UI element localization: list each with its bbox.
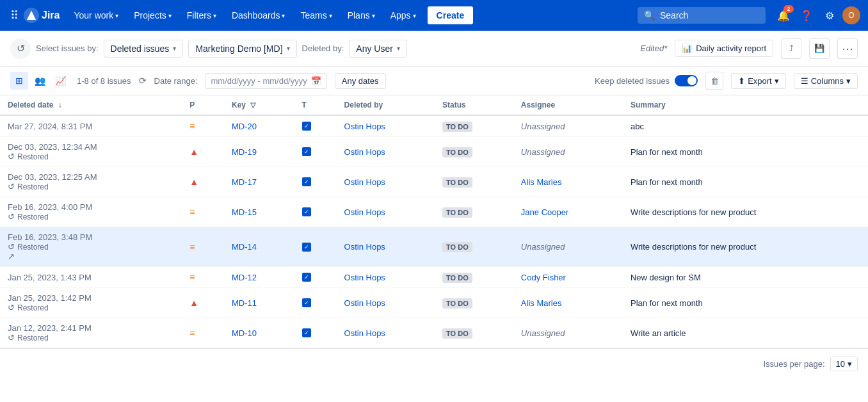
nav-filters[interactable]: Filters ▾ bbox=[181, 6, 223, 24]
assignee-link[interactable]: Alis Maries bbox=[521, 177, 562, 187]
cell-deleted-by[interactable]: Ostin Hops bbox=[337, 115, 435, 137]
open-icon[interactable]: ↗ bbox=[8, 252, 15, 261]
issue-type-icon: ✓ bbox=[302, 273, 311, 282]
table-row[interactable]: Feb 16, 2023, 4:00 PM ↺ Restored ≡MD-15✓… bbox=[0, 197, 868, 227]
nav-dashboards[interactable]: Dashboards ▾ bbox=[225, 6, 292, 24]
deleted-by-link[interactable]: Ostin Hops bbox=[344, 122, 385, 131]
cell-assignee[interactable]: Alis Maries bbox=[513, 167, 623, 197]
cell-deleted-date: Mar 27, 2024, 8:31 PM bbox=[0, 115, 182, 137]
cell-deleted-by[interactable]: Ostin Hops bbox=[337, 227, 435, 267]
deleted-by-link[interactable]: Ostin Hops bbox=[344, 242, 385, 252]
grid-icon[interactable]: ⠿ bbox=[8, 6, 21, 25]
grid-view-button[interactable]: ⊞ bbox=[10, 72, 28, 90]
settings-button[interactable]: ⚙ bbox=[819, 5, 840, 26]
user-avatar[interactable]: O bbox=[842, 6, 860, 24]
notification-badge: 2 bbox=[784, 5, 794, 13]
issues-type-select[interactable]: Deleted issues ▾ bbox=[104, 40, 184, 58]
date-range-input[interactable]: mm/dd/yyyy - mm/dd/yyyy 📅 bbox=[205, 73, 326, 89]
unassigned-label: Unassigned bbox=[521, 328, 565, 338]
table-row[interactable]: Mar 27, 2024, 8:31 PM≡MD-20✓Ostin HopsTO… bbox=[0, 115, 868, 137]
report-button[interactable]: 📊 Daily activity report bbox=[675, 40, 773, 57]
nav-apps[interactable]: Apps ▾ bbox=[384, 6, 422, 24]
project-select[interactable]: Marketing Demo [MD] ▾ bbox=[188, 40, 296, 58]
export-button[interactable]: ⬆ Export ▾ bbox=[731, 73, 786, 89]
toolbar: ↺ Select issues by: Deleted issues ▾ Mar… bbox=[0, 31, 868, 67]
issue-key-link[interactable]: MD-19 bbox=[232, 147, 257, 157]
cell-key[interactable]: MD-14 bbox=[224, 227, 294, 267]
per-page-select[interactable]: 10 ▾ bbox=[830, 357, 858, 371]
cell-key[interactable]: MD-10 bbox=[224, 318, 294, 348]
cell-deleted-by[interactable]: Ostin Hops bbox=[337, 137, 435, 167]
any-dates-button[interactable]: Any dates bbox=[335, 73, 386, 89]
nav-your-work[interactable]: Your work ▾ bbox=[67, 6, 125, 24]
jira-logo[interactable]: Jira bbox=[24, 8, 60, 23]
columns-button[interactable]: ☰ Columns ▾ bbox=[794, 73, 858, 89]
back-button[interactable]: ↺ bbox=[10, 38, 31, 59]
search-bar[interactable]: 🔍 Search bbox=[638, 7, 766, 24]
footer: Issues per page: 10 ▾ bbox=[0, 348, 868, 379]
assignee-link[interactable]: Jane Cooper bbox=[521, 207, 568, 217]
cell-key[interactable]: MD-11 bbox=[224, 288, 294, 318]
table-row[interactable]: Jan 12, 2023, 2:41 PM ↺ Restored ≡MD-10✓… bbox=[0, 318, 868, 348]
cell-key[interactable]: MD-12 bbox=[224, 267, 294, 288]
deleted-by-link[interactable]: Ostin Hops bbox=[344, 328, 385, 338]
assignee-link[interactable]: Alis Maries bbox=[521, 298, 562, 308]
cell-assignee[interactable]: Cody Fisher bbox=[513, 267, 623, 288]
nav-plans[interactable]: Plans ▾ bbox=[341, 6, 382, 24]
col-deleted-date[interactable]: Deleted date ↓ bbox=[0, 95, 182, 115]
cell-type: ✓ bbox=[294, 288, 337, 318]
issue-key-link[interactable]: MD-10 bbox=[232, 328, 257, 338]
cell-key[interactable]: MD-15 bbox=[224, 197, 294, 227]
deleted-by-select[interactable]: Any User ▾ bbox=[349, 40, 407, 58]
col-t[interactable]: T bbox=[294, 95, 337, 115]
col-key[interactable]: Key ▽ bbox=[224, 95, 294, 115]
issue-key-link[interactable]: MD-15 bbox=[232, 207, 257, 217]
table-row[interactable]: Jan 25, 2023, 1:42 PM ↺ Restored ▲MD-11✓… bbox=[0, 288, 868, 318]
cell-deleted-by[interactable]: Ostin Hops bbox=[337, 167, 435, 197]
col-summary[interactable]: Summary bbox=[623, 95, 868, 115]
deleted-by-link[interactable]: Ostin Hops bbox=[344, 273, 385, 282]
issue-key-link[interactable]: MD-17 bbox=[232, 177, 257, 187]
col-p[interactable]: P bbox=[182, 95, 224, 115]
cell-assignee[interactable]: Alis Maries bbox=[513, 288, 623, 318]
table-row[interactable]: Dec 03, 2023, 12:34 AM ↺ Restored ▲MD-19… bbox=[0, 137, 868, 167]
chart-view-button[interactable]: 📈 bbox=[51, 72, 69, 90]
cell-key[interactable]: MD-17 bbox=[224, 167, 294, 197]
col-assignee[interactable]: Assignee bbox=[513, 95, 623, 115]
issue-key-link[interactable]: MD-20 bbox=[232, 122, 257, 131]
more-button[interactable]: ⋯ bbox=[837, 38, 858, 59]
nav-projects[interactable]: Projects ▾ bbox=[127, 6, 178, 24]
cell-deleted-by[interactable]: Ostin Hops bbox=[337, 318, 435, 348]
cell-deleted-by[interactable]: Ostin Hops bbox=[337, 288, 435, 318]
cell-type: ✓ bbox=[294, 137, 337, 167]
deleted-by-link[interactable]: Ostin Hops bbox=[344, 177, 385, 187]
report-label: Daily activity report bbox=[696, 44, 766, 53]
col-status[interactable]: Status bbox=[435, 95, 513, 115]
deleted-by-link[interactable]: Ostin Hops bbox=[344, 207, 385, 217]
keep-deleted-switch[interactable]: ✕ bbox=[675, 75, 698, 86]
cell-key[interactable]: MD-19 bbox=[224, 137, 294, 167]
issue-key-link[interactable]: MD-12 bbox=[232, 273, 257, 282]
help-button[interactable]: ❓ bbox=[796, 5, 817, 26]
issue-key-link[interactable]: MD-14 bbox=[232, 242, 257, 252]
notifications-button[interactable]: 🔔 2 bbox=[773, 5, 794, 26]
create-button[interactable]: Create bbox=[428, 6, 474, 24]
trash-button[interactable]: 🗑 bbox=[705, 72, 723, 90]
issue-key-link[interactable]: MD-11 bbox=[232, 298, 257, 308]
cell-deleted-by[interactable]: Ostin Hops bbox=[337, 197, 435, 227]
table-row[interactable]: Jan 25, 2023, 1:43 PM≡MD-12✓Ostin HopsTO… bbox=[0, 267, 868, 288]
nav-teams[interactable]: Teams ▾ bbox=[294, 6, 338, 24]
deleted-by-link[interactable]: Ostin Hops bbox=[344, 147, 385, 157]
share-button[interactable]: ⤴ bbox=[781, 38, 801, 59]
table-row[interactable]: Dec 03, 2023, 12:25 AM ↺ Restored ▲MD-17… bbox=[0, 167, 868, 197]
assignee-link[interactable]: Cody Fisher bbox=[521, 273, 566, 282]
deleted-by-link[interactable]: Ostin Hops bbox=[344, 298, 385, 308]
col-deleted-by[interactable]: Deleted by bbox=[337, 95, 435, 115]
refresh-icon[interactable]: ⟳ bbox=[139, 76, 147, 86]
table-row[interactable]: Feb 16, 2023, 3:48 PM ↺ Restored ↗≡MD-14… bbox=[0, 227, 868, 267]
save-button[interactable]: 💾 bbox=[809, 38, 830, 59]
cell-deleted-by[interactable]: Ostin Hops bbox=[337, 267, 435, 288]
cell-key[interactable]: MD-20 bbox=[224, 115, 294, 137]
cell-assignee[interactable]: Jane Cooper bbox=[513, 197, 623, 227]
group-view-button[interactable]: 👥 bbox=[31, 72, 49, 90]
